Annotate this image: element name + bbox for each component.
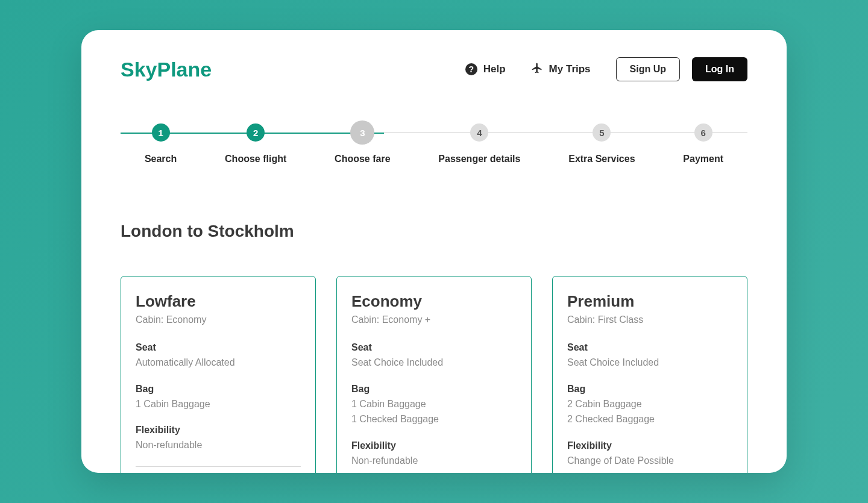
fare-title: Premium [567,292,732,311]
step-label: Passenger details [438,154,520,164]
help-icon: ? [465,63,477,75]
fare-flex-section: FlexibilityNon-refundable [351,440,517,469]
fare-bag-value: 2 Cabin Baggage [567,396,732,412]
step-circle: 1 [152,123,170,142]
fare-seat-value: Seat Choice Included [567,355,732,370]
step-label: Payment [683,154,723,164]
fare-bag-title: Bag [567,384,732,395]
fare-bag-section: Bag1 Cabin Baggage [136,384,301,412]
my-trips-label: My Trips [549,63,591,75]
fare-cabin: Cabin: First Class [567,314,732,325]
fare-seat-title: Seat [136,342,301,353]
fare-flex-value: Change of Date Possible [567,453,732,469]
fare-bag-value: 1 Cabin Baggage [351,396,517,412]
step-circle: 3 [353,123,371,142]
step-3[interactable]: 3Choose fare [335,123,390,164]
help-link[interactable]: ? Help [465,63,506,75]
step-5[interactable]: 5Extra Services [568,123,635,164]
fare-seat-section: SeatSeat Choice Included [567,342,732,370]
fare-cabin: Cabin: Economy [136,314,301,325]
fare-bag-value: 2 Checked Baggage [567,411,732,427]
fare-seat-section: SeatSeat Choice Included [351,342,517,370]
route-title: London to Stockholm [121,222,747,241]
step-circle: 5 [593,123,611,142]
header: SkyPlane ? Help My Trips Sign Up Log In [121,57,747,81]
fare-seat-title: Seat [567,342,732,353]
progress-stepper: 1Search2Choose flight3Choose fare4Passen… [121,123,747,164]
step-2[interactable]: 2Choose flight [225,123,286,164]
signup-button[interactable]: Sign Up [616,57,680,81]
plane-icon [531,62,543,77]
fare-title: Lowfare [136,292,301,311]
booking-card: SkyPlane ? Help My Trips Sign Up Log In … [81,30,787,473]
step-circle: 6 [694,123,712,142]
step-label: Choose flight [225,154,286,164]
fare-flex-section: FlexibilityChange of Date Possible [567,440,732,469]
fare-seat-value: Automatically Allocated [136,355,301,370]
fare-cabin: Cabin: Economy + [351,314,517,325]
fare-divider [136,466,301,467]
fare-seat-section: SeatAutomatically Allocated [136,342,301,370]
fare-cards: LowfareCabin: EconomySeatAutomatically A… [121,276,747,473]
fare-card-premium[interactable]: PremiumCabin: First ClassSeatSeat Choice… [552,276,747,473]
step-circle: 4 [470,123,488,142]
fare-bag-title: Bag [351,384,517,395]
header-right: ? Help My Trips Sign Up Log In [465,57,747,81]
fare-bag-section: Bag1 Cabin Baggage1 Checked Baggage [351,384,517,427]
step-6[interactable]: 6Payment [683,123,723,164]
fare-card-economy[interactable]: EconomyCabin: Economy +SeatSeat Choice I… [336,276,532,473]
fare-seat-value: Seat Choice Included [351,355,517,370]
fare-bag-value: 1 Cabin Baggage [136,396,301,412]
fare-card-lowfare[interactable]: LowfareCabin: EconomySeatAutomatically A… [121,276,316,473]
help-label: Help [483,63,506,75]
fare-flex-value: Non-refundable [351,453,517,469]
fare-title: Economy [351,292,517,311]
fare-seat-title: Seat [351,342,517,353]
fare-flex-title: Flexibility [136,425,301,436]
step-label: Search [145,154,177,164]
step-label: Choose fare [335,154,390,164]
my-trips-link[interactable]: My Trips [531,62,591,77]
fare-bag-title: Bag [136,384,301,395]
steps-container: 1Search2Choose flight3Choose fare4Passen… [121,123,747,164]
header-auth-buttons: Sign Up Log In [616,57,747,81]
step-4[interactable]: 4Passenger details [438,123,520,164]
brand-logo[interactable]: SkyPlane [121,58,212,81]
login-button[interactable]: Log In [692,57,747,81]
step-1[interactable]: 1Search [145,123,177,164]
fare-bag-value: 1 Checked Baggage [351,411,517,427]
fare-flex-value: Non-refundable [136,437,301,453]
fare-bag-section: Bag2 Cabin Baggage2 Checked Baggage [567,384,732,427]
step-circle: 2 [247,123,265,142]
fare-flex-title: Flexibility [351,440,517,451]
fare-flex-section: FlexibilityNon-refundable [136,425,301,453]
step-label: Extra Services [568,154,635,164]
fare-flex-title: Flexibility [567,440,732,451]
